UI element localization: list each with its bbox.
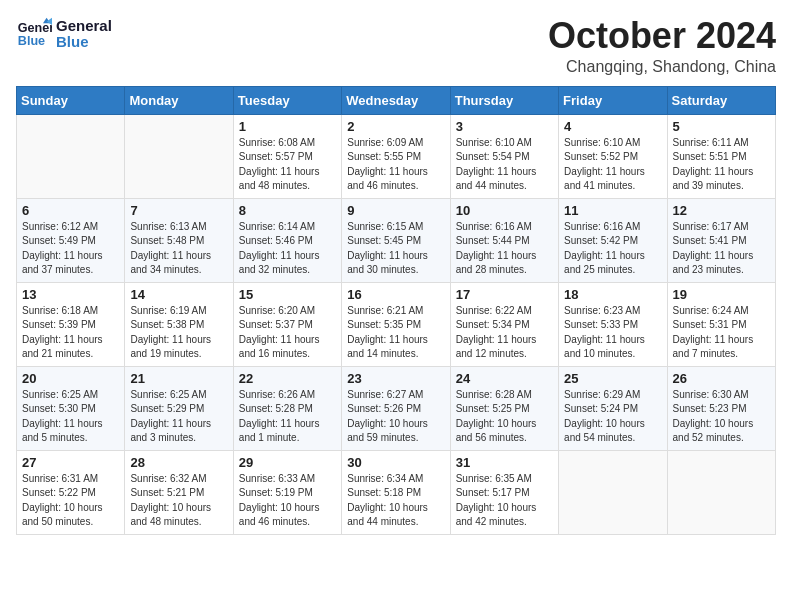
day-info: Sunrise: 6:24 AM Sunset: 5:31 PM Dayligh… (673, 304, 770, 362)
calendar-cell: 25Sunrise: 6:29 AM Sunset: 5:24 PM Dayli… (559, 366, 667, 450)
day-info: Sunrise: 6:18 AM Sunset: 5:39 PM Dayligh… (22, 304, 119, 362)
calendar-cell: 6Sunrise: 6:12 AM Sunset: 5:49 PM Daylig… (17, 198, 125, 282)
calendar-cell: 30Sunrise: 6:34 AM Sunset: 5:18 PM Dayli… (342, 450, 450, 534)
day-info: Sunrise: 6:15 AM Sunset: 5:45 PM Dayligh… (347, 220, 444, 278)
day-info: Sunrise: 6:32 AM Sunset: 5:21 PM Dayligh… (130, 472, 227, 530)
calendar-cell: 21Sunrise: 6:25 AM Sunset: 5:29 PM Dayli… (125, 366, 233, 450)
calendar-cell: 2Sunrise: 6:09 AM Sunset: 5:55 PM Daylig… (342, 114, 450, 198)
day-info: Sunrise: 6:17 AM Sunset: 5:41 PM Dayligh… (673, 220, 770, 278)
day-number: 19 (673, 287, 770, 302)
calendar-body: 1Sunrise: 6:08 AM Sunset: 5:57 PM Daylig… (17, 114, 776, 534)
day-info: Sunrise: 6:29 AM Sunset: 5:24 PM Dayligh… (564, 388, 661, 446)
calendar-cell: 8Sunrise: 6:14 AM Sunset: 5:46 PM Daylig… (233, 198, 341, 282)
day-number: 6 (22, 203, 119, 218)
day-info: Sunrise: 6:25 AM Sunset: 5:29 PM Dayligh… (130, 388, 227, 446)
weekday-header-monday: Monday (125, 86, 233, 114)
calendar-cell (17, 114, 125, 198)
month-title: October 2024 (548, 16, 776, 56)
day-number: 21 (130, 371, 227, 386)
calendar-week-5: 27Sunrise: 6:31 AM Sunset: 5:22 PM Dayli… (17, 450, 776, 534)
day-info: Sunrise: 6:19 AM Sunset: 5:38 PM Dayligh… (130, 304, 227, 362)
day-number: 18 (564, 287, 661, 302)
calendar-cell: 12Sunrise: 6:17 AM Sunset: 5:41 PM Dayli… (667, 198, 775, 282)
calendar-cell: 23Sunrise: 6:27 AM Sunset: 5:26 PM Dayli… (342, 366, 450, 450)
calendar-cell: 4Sunrise: 6:10 AM Sunset: 5:52 PM Daylig… (559, 114, 667, 198)
day-number: 3 (456, 119, 553, 134)
calendar-week-2: 6Sunrise: 6:12 AM Sunset: 5:49 PM Daylig… (17, 198, 776, 282)
day-number: 14 (130, 287, 227, 302)
weekday-header-row: SundayMondayTuesdayWednesdayThursdayFrid… (17, 86, 776, 114)
day-number: 15 (239, 287, 336, 302)
day-info: Sunrise: 6:35 AM Sunset: 5:17 PM Dayligh… (456, 472, 553, 530)
day-info: Sunrise: 6:28 AM Sunset: 5:25 PM Dayligh… (456, 388, 553, 446)
calendar-cell (559, 450, 667, 534)
calendar-cell: 5Sunrise: 6:11 AM Sunset: 5:51 PM Daylig… (667, 114, 775, 198)
day-number: 12 (673, 203, 770, 218)
calendar-cell: 13Sunrise: 6:18 AM Sunset: 5:39 PM Dayli… (17, 282, 125, 366)
day-number: 8 (239, 203, 336, 218)
day-number: 26 (673, 371, 770, 386)
day-number: 7 (130, 203, 227, 218)
day-number: 9 (347, 203, 444, 218)
calendar-cell: 22Sunrise: 6:26 AM Sunset: 5:28 PM Dayli… (233, 366, 341, 450)
day-info: Sunrise: 6:25 AM Sunset: 5:30 PM Dayligh… (22, 388, 119, 446)
day-number: 25 (564, 371, 661, 386)
calendar-week-4: 20Sunrise: 6:25 AM Sunset: 5:30 PM Dayli… (17, 366, 776, 450)
calendar-cell: 1Sunrise: 6:08 AM Sunset: 5:57 PM Daylig… (233, 114, 341, 198)
day-number: 20 (22, 371, 119, 386)
day-number: 2 (347, 119, 444, 134)
day-info: Sunrise: 6:11 AM Sunset: 5:51 PM Dayligh… (673, 136, 770, 194)
calendar-cell: 10Sunrise: 6:16 AM Sunset: 5:44 PM Dayli… (450, 198, 558, 282)
location-subtitle: Changqing, Shandong, China (548, 58, 776, 76)
day-info: Sunrise: 6:16 AM Sunset: 5:42 PM Dayligh… (564, 220, 661, 278)
day-number: 29 (239, 455, 336, 470)
calendar-cell (667, 450, 775, 534)
title-block: October 2024 Changqing, Shandong, China (548, 16, 776, 76)
day-number: 30 (347, 455, 444, 470)
calendar-cell: 20Sunrise: 6:25 AM Sunset: 5:30 PM Dayli… (17, 366, 125, 450)
day-info: Sunrise: 6:16 AM Sunset: 5:44 PM Dayligh… (456, 220, 553, 278)
weekday-header-saturday: Saturday (667, 86, 775, 114)
calendar-cell: 14Sunrise: 6:19 AM Sunset: 5:38 PM Dayli… (125, 282, 233, 366)
day-info: Sunrise: 6:33 AM Sunset: 5:19 PM Dayligh… (239, 472, 336, 530)
day-number: 24 (456, 371, 553, 386)
logo-icon: General Blue (16, 16, 52, 52)
day-number: 28 (130, 455, 227, 470)
logo: General Blue General Blue (16, 16, 112, 52)
weekday-header-sunday: Sunday (17, 86, 125, 114)
day-number: 23 (347, 371, 444, 386)
calendar-cell: 29Sunrise: 6:33 AM Sunset: 5:19 PM Dayli… (233, 450, 341, 534)
logo-general: General (56, 18, 112, 35)
day-info: Sunrise: 6:26 AM Sunset: 5:28 PM Dayligh… (239, 388, 336, 446)
day-number: 22 (239, 371, 336, 386)
calendar-cell: 11Sunrise: 6:16 AM Sunset: 5:42 PM Dayli… (559, 198, 667, 282)
calendar-cell: 9Sunrise: 6:15 AM Sunset: 5:45 PM Daylig… (342, 198, 450, 282)
day-number: 31 (456, 455, 553, 470)
day-number: 27 (22, 455, 119, 470)
day-info: Sunrise: 6:10 AM Sunset: 5:54 PM Dayligh… (456, 136, 553, 194)
calendar-cell: 28Sunrise: 6:32 AM Sunset: 5:21 PM Dayli… (125, 450, 233, 534)
weekday-header-friday: Friday (559, 86, 667, 114)
day-number: 10 (456, 203, 553, 218)
day-info: Sunrise: 6:31 AM Sunset: 5:22 PM Dayligh… (22, 472, 119, 530)
weekday-header-thursday: Thursday (450, 86, 558, 114)
calendar-cell: 3Sunrise: 6:10 AM Sunset: 5:54 PM Daylig… (450, 114, 558, 198)
day-number: 11 (564, 203, 661, 218)
day-info: Sunrise: 6:20 AM Sunset: 5:37 PM Dayligh… (239, 304, 336, 362)
calendar-cell: 26Sunrise: 6:30 AM Sunset: 5:23 PM Dayli… (667, 366, 775, 450)
weekday-header-wednesday: Wednesday (342, 86, 450, 114)
day-info: Sunrise: 6:12 AM Sunset: 5:49 PM Dayligh… (22, 220, 119, 278)
calendar-week-3: 13Sunrise: 6:18 AM Sunset: 5:39 PM Dayli… (17, 282, 776, 366)
day-info: Sunrise: 6:10 AM Sunset: 5:52 PM Dayligh… (564, 136, 661, 194)
calendar-cell: 24Sunrise: 6:28 AM Sunset: 5:25 PM Dayli… (450, 366, 558, 450)
weekday-header-tuesday: Tuesday (233, 86, 341, 114)
calendar-cell: 27Sunrise: 6:31 AM Sunset: 5:22 PM Dayli… (17, 450, 125, 534)
calendar-cell: 7Sunrise: 6:13 AM Sunset: 5:48 PM Daylig… (125, 198, 233, 282)
logo-blue: Blue (56, 34, 112, 51)
day-number: 13 (22, 287, 119, 302)
calendar-cell: 19Sunrise: 6:24 AM Sunset: 5:31 PM Dayli… (667, 282, 775, 366)
day-info: Sunrise: 6:27 AM Sunset: 5:26 PM Dayligh… (347, 388, 444, 446)
day-info: Sunrise: 6:14 AM Sunset: 5:46 PM Dayligh… (239, 220, 336, 278)
header: General Blue General Blue October 2024 C… (16, 16, 776, 76)
calendar-cell: 18Sunrise: 6:23 AM Sunset: 5:33 PM Dayli… (559, 282, 667, 366)
